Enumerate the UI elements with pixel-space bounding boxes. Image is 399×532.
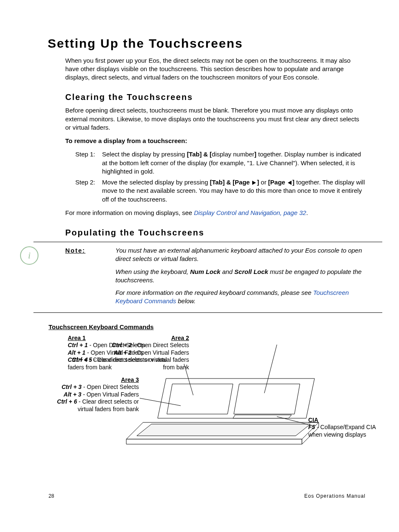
console-diagram: Area 2 Ctrl + 2 - Open Direct Selects Al… xyxy=(68,335,390,456)
footer-title: Eos Operations Manual xyxy=(304,493,366,499)
svg-marker-6 xyxy=(234,384,300,414)
page-right-icon xyxy=(252,181,256,185)
step-label: Step 2: xyxy=(75,178,102,204)
svg-marker-7 xyxy=(233,415,292,418)
step-body: Move the selected display by pressing [T… xyxy=(102,178,366,204)
remove-display-heading: To remove a display from a touchscreen: xyxy=(65,137,366,145)
info-icon: i xyxy=(20,246,38,265)
document-page: Setting Up the Touchscreens When you fir… xyxy=(0,0,399,532)
page-number: 28 xyxy=(49,493,54,499)
divider xyxy=(33,312,382,313)
clearing-paragraph: Before opening direct selects, touchscre… xyxy=(65,106,366,132)
page-left-icon xyxy=(288,181,292,185)
note-body: You must have an external alphanumeric k… xyxy=(115,246,366,310)
step-1: Step 1: Select the display by pressing [… xyxy=(75,150,366,176)
step-label: Step 1: xyxy=(75,150,102,176)
area1-callout: Area 1 Ctrl + 1 - Open Direct Selects Al… xyxy=(68,335,176,371)
display-control-link[interactable]: Display Control and Navigation, page 32 xyxy=(194,209,307,216)
divider xyxy=(33,242,382,242)
intro-paragraph: When you first power up your Eos, the di… xyxy=(65,56,366,82)
clearing-heading: Clearing the Touchscreens xyxy=(65,92,366,103)
page-title: Setting Up the Touchscreens xyxy=(48,35,366,52)
cia-callout: CIA F5 - Collapse/Expand CIA when viewin… xyxy=(308,417,384,439)
populating-heading: Populating the Touchscreens xyxy=(65,227,366,238)
page-footer: 28 Eos Operations Manual xyxy=(49,493,366,499)
svg-marker-1 xyxy=(126,439,302,444)
keyboard-commands-heading: Touchscreen Keyboard Commands xyxy=(49,323,366,331)
svg-marker-3 xyxy=(137,424,310,436)
step-body: Select the display by pressing [Tab] & [… xyxy=(102,150,366,176)
more-info-paragraph: For more information on moving displays,… xyxy=(65,209,366,217)
svg-marker-5 xyxy=(167,384,233,414)
step-2: Step 2: Move the selected display by pre… xyxy=(75,178,366,204)
note-block: i Note: You must have an external alphan… xyxy=(65,246,366,310)
note-label: Note: xyxy=(65,246,103,310)
area3-callout: Area 3 Ctrl + 3 - Open Direct Selects Al… xyxy=(51,376,139,413)
